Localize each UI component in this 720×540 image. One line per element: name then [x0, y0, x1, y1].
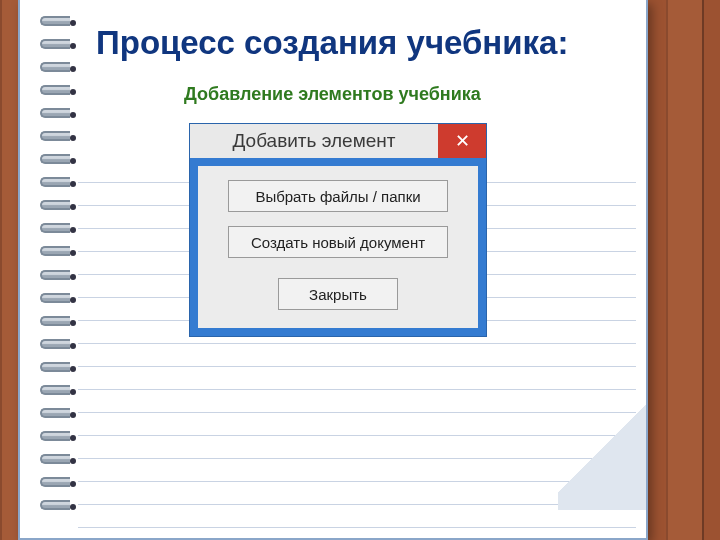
notebook-page: Процесс создания учебника: Добавление эл… [18, 0, 648, 540]
page-title: Процесс создания учебника: [96, 24, 568, 62]
dialog-body: Выбрать файлы / папки Создать новый доку… [198, 166, 478, 328]
page-subtitle: Добавление элементов учебника [184, 84, 481, 105]
select-files-button[interactable]: Выбрать файлы / папки [228, 180, 448, 212]
new-document-button[interactable]: Создать новый документ [228, 226, 448, 258]
close-button[interactable]: Закрыть [278, 278, 398, 310]
dialog-titlebar: Добавить элемент ✕ [190, 124, 486, 158]
close-icon[interactable]: ✕ [438, 124, 486, 158]
spiral-binding [40, 10, 74, 530]
add-element-dialog: Добавить элемент ✕ Выбрать файлы / папки… [190, 124, 486, 336]
page-fold [558, 388, 648, 510]
dialog-title: Добавить элемент [190, 124, 438, 158]
